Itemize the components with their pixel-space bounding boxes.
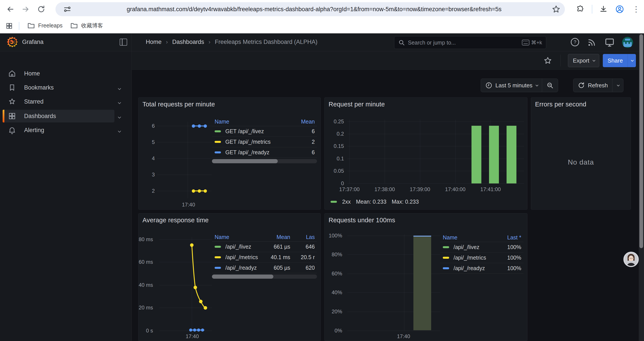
forward-icon[interactable] bbox=[21, 5, 30, 14]
extensions-icon[interactable] bbox=[576, 5, 585, 14]
bookmark-icon bbox=[8, 83, 16, 92]
chevron-down-icon[interactable] bbox=[118, 113, 120, 120]
search-shortcut: ⌘+k bbox=[522, 40, 542, 46]
sidebar-item-alerting[interactable]: Alerting bbox=[3, 124, 114, 137]
monitor-icon[interactable] bbox=[604, 37, 615, 48]
legend-row[interactable]: /api/_/metrics 40.1 ms 20.5 r bbox=[212, 252, 317, 263]
reload-icon[interactable] bbox=[36, 5, 46, 14]
grafana-page: Grafana Home › Dashboards › Freeleaps Me… bbox=[0, 33, 644, 341]
grafana-logo[interactable] bbox=[6, 36, 18, 49]
legend-name-header[interactable]: Name bbox=[214, 119, 294, 125]
page-scrollbar[interactable] bbox=[639, 33, 644, 341]
bookmarks-divider bbox=[19, 22, 19, 30]
legend-series-label[interactable]: 2xx bbox=[342, 199, 351, 205]
home-icon bbox=[8, 69, 16, 78]
share-button[interactable]: Share bbox=[603, 54, 636, 67]
back-icon[interactable] bbox=[6, 5, 15, 14]
legend-last-header[interactable]: Last * bbox=[497, 234, 521, 241]
site-settings-icon[interactable] bbox=[62, 5, 72, 14]
legend-row[interactable]: GET /api/_/readyz 6 bbox=[212, 147, 317, 158]
sidebar-item-label: Bookmarks bbox=[24, 84, 54, 91]
legend-row[interactable]: /api/_/readyz 605 µs 620 bbox=[212, 263, 317, 273]
sidebar: Home Bookmarks Starred Dashboards Alerti… bbox=[0, 51, 132, 341]
legend-hscrollbar[interactable] bbox=[212, 159, 317, 163]
legend-name-header[interactable]: Name bbox=[443, 234, 497, 241]
panel-title[interactable]: Request per minute bbox=[328, 101, 385, 108]
bookmark-folder-freeleaps[interactable]: Freeleaps bbox=[24, 20, 65, 31]
bookmark-folder-blogs[interactable]: 收藏博客 bbox=[68, 20, 106, 31]
panel-request-per-minute: Request per minute 0.25 0.2 0.15 0.1 0.0… bbox=[324, 97, 528, 210]
bar-2xx bbox=[489, 126, 499, 183]
share-menu-caret[interactable] bbox=[628, 54, 636, 67]
dashboard-canvas: Last 5 minutes Refresh Total requests pe… bbox=[132, 70, 644, 341]
chevron-down-icon[interactable] bbox=[118, 84, 120, 91]
assistant-avatar-button[interactable] bbox=[624, 252, 639, 267]
legend-last-header[interactable]: Las bbox=[290, 234, 315, 240]
dashboard-toolbar: Export Share bbox=[132, 51, 644, 70]
breadcrumb-home[interactable]: Home bbox=[146, 39, 162, 46]
bookmark-star-icon[interactable] bbox=[551, 5, 561, 14]
search-box[interactable]: ⌘+k bbox=[394, 36, 546, 49]
browser-menu-icon[interactable]: ⋮ bbox=[631, 5, 641, 14]
sidebar-item-dashboards[interactable]: Dashboards bbox=[3, 110, 114, 122]
series-swatch-green bbox=[443, 246, 449, 248]
grafana-nav: Grafana Home › Dashboards › Freeleaps Me… bbox=[0, 33, 644, 51]
legend-row[interactable]: /api/_/livez 100% bbox=[440, 242, 524, 253]
legend-row[interactable]: /api/_/metrics 100% bbox=[440, 253, 524, 263]
export-button[interactable]: Export bbox=[568, 54, 599, 67]
breadcrumb-dashboards[interactable]: Dashboards bbox=[172, 39, 204, 46]
news-rss-icon[interactable] bbox=[587, 37, 597, 48]
profile-icon[interactable] bbox=[615, 5, 624, 14]
legend-row[interactable]: GET /api/_/livez 6 bbox=[212, 126, 317, 137]
browser-toolbar: grafana.mathmast.com/d/deytv4rwavabkb/fr… bbox=[0, 0, 644, 19]
sidebar-collapse-icon[interactable] bbox=[120, 39, 127, 46]
panel-title[interactable]: Total requests per minute bbox=[142, 101, 215, 108]
svg-text:?: ? bbox=[574, 39, 576, 45]
legend-mean-header[interactable]: Mean bbox=[260, 234, 290, 240]
panel-title[interactable]: Requests under 100ms bbox=[328, 217, 395, 224]
bell-icon bbox=[8, 126, 16, 134]
bar-2xx bbox=[472, 126, 481, 183]
refresh-controls: Refresh bbox=[573, 79, 624, 92]
grafana-brand[interactable]: Grafana bbox=[22, 39, 44, 46]
refresh-icon bbox=[578, 82, 585, 89]
chevron-down-icon[interactable] bbox=[118, 127, 120, 134]
panel-errors-per-second: Errors per second No data bbox=[531, 97, 631, 210]
legend-row[interactable]: /api/_/readyz 100% bbox=[440, 263, 524, 274]
time-range-picker[interactable]: Last 5 minutes bbox=[481, 79, 542, 92]
legend-row[interactable]: /api/_/livez 661 µs 646 bbox=[212, 242, 317, 252]
breadcrumb-separator: › bbox=[162, 39, 172, 46]
refresh-interval-caret[interactable] bbox=[612, 79, 623, 92]
panel-title[interactable]: Errors per second bbox=[535, 101, 586, 108]
breadcrumb: Home › Dashboards › Freeleaps Metrics Da… bbox=[146, 39, 318, 46]
downloads-icon[interactable] bbox=[599, 5, 608, 14]
zoom-out-icon bbox=[546, 82, 554, 89]
refresh-button[interactable]: Refresh bbox=[574, 79, 612, 92]
search-input[interactable] bbox=[408, 40, 519, 46]
url-text[interactable]: grafana.mathmast.com/d/deytv4rwavabkb/fr… bbox=[127, 2, 502, 16]
zoom-out-button[interactable] bbox=[542, 79, 558, 92]
url-bar[interactable]: grafana.mathmast.com/d/deytv4rwavabkb/fr… bbox=[56, 2, 565, 16]
sidebar-item-starred[interactable]: Starred bbox=[3, 95, 114, 108]
star-dashboard-icon[interactable] bbox=[544, 56, 552, 66]
dashboards-grid-icon bbox=[8, 112, 16, 120]
legend-mean-header[interactable]: Mean bbox=[294, 119, 315, 125]
legend-table: Name Last * /api/_/livez 100% /api/_/met… bbox=[440, 233, 524, 274]
time-range-label: Last 5 minutes bbox=[496, 82, 532, 89]
area-fill-100pct bbox=[414, 236, 431, 330]
page-scrollbar-thumb[interactable] bbox=[640, 34, 643, 248]
user-avatar[interactable] bbox=[622, 37, 633, 48]
sidebar-item-label: Starred bbox=[24, 98, 44, 105]
apps-grid-icon[interactable] bbox=[4, 21, 14, 31]
panel-total-requests: Total requests per minute 6 5 4 3 2 17:4… bbox=[138, 97, 321, 210]
sidebar-item-home[interactable]: Home bbox=[3, 67, 114, 80]
help-icon[interactable]: ? bbox=[570, 37, 580, 48]
sidebar-item-bookmarks[interactable]: Bookmarks bbox=[3, 81, 114, 94]
chevron-down-icon[interactable] bbox=[118, 98, 120, 105]
legend-name-header[interactable]: Name bbox=[214, 234, 260, 240]
legend-row[interactable]: GET /api/_/metrics 2 bbox=[212, 137, 317, 147]
star-icon bbox=[8, 97, 16, 106]
keyboard-icon bbox=[522, 40, 529, 46]
legend-header: Name Mean Las bbox=[212, 233, 317, 242]
legend-hscrollbar[interactable] bbox=[212, 274, 317, 279]
